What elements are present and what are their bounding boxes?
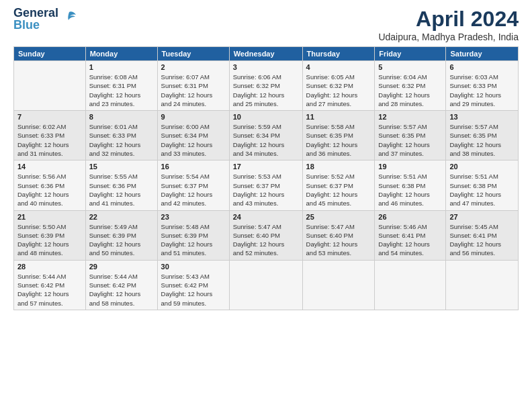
day-info: Sunrise: 5:43 AMSunset: 6:42 PMDaylight:… — [161, 272, 226, 308]
day-info: Sunrise: 5:53 AMSunset: 6:37 PMDaylight:… — [233, 172, 299, 208]
calendar-cell: 17Sunrise: 5:53 AMSunset: 6:37 PMDayligh… — [229, 161, 302, 210]
day-number: 10 — [233, 113, 299, 121]
day-number: 7 — [17, 113, 82, 121]
calendar-cell: 23Sunrise: 5:48 AMSunset: 6:39 PMDayligh… — [157, 210, 229, 260]
calendar-cell: 12Sunrise: 5:57 AMSunset: 6:35 PMDayligh… — [375, 111, 446, 161]
day-number: 4 — [306, 63, 371, 71]
day-info: Sunrise: 6:06 AMSunset: 6:32 PMDaylight:… — [233, 73, 299, 108]
day-info: Sunrise: 6:00 AMSunset: 6:34 PMDaylight:… — [161, 122, 226, 158]
header-friday: Friday — [375, 47, 446, 61]
day-info: Sunrise: 5:56 AMSunset: 6:36 PMDaylight:… — [17, 172, 82, 208]
header-thursday: Thursday — [302, 47, 375, 61]
day-info: Sunrise: 5:52 AMSunset: 6:37 PMDaylight:… — [306, 172, 371, 208]
calendar-cell: 1Sunrise: 6:08 AMSunset: 6:31 PMDaylight… — [85, 61, 157, 111]
calendar-cell: 21Sunrise: 5:50 AMSunset: 6:39 PMDayligh… — [14, 210, 86, 260]
day-info: Sunrise: 6:07 AMSunset: 6:31 PMDaylight:… — [161, 73, 226, 108]
logo-bird-icon — [61, 9, 77, 28]
day-number: 18 — [306, 163, 371, 171]
header-wednesday: Wednesday — [229, 47, 302, 61]
day-info: Sunrise: 5:44 AMSunset: 6:42 PMDaylight:… — [89, 272, 154, 308]
day-info: Sunrise: 5:55 AMSunset: 6:36 PMDaylight:… — [89, 172, 154, 208]
day-number: 28 — [17, 263, 82, 271]
day-number: 30 — [161, 263, 226, 271]
calendar-week-3: 14Sunrise: 5:56 AMSunset: 6:36 PMDayligh… — [14, 161, 519, 210]
calendar-cell: 13Sunrise: 5:57 AMSunset: 6:35 PMDayligh… — [446, 111, 519, 161]
logo: General Blue — [13, 7, 77, 31]
calendar-cell — [446, 260, 519, 310]
page-title: April 2024 — [378, 7, 519, 32]
calendar-cell: 25Sunrise: 5:47 AMSunset: 6:40 PMDayligh… — [302, 210, 375, 260]
day-number: 17 — [233, 163, 299, 171]
day-info: Sunrise: 6:08 AMSunset: 6:31 PMDaylight:… — [89, 73, 154, 108]
calendar-cell: 8Sunrise: 6:01 AMSunset: 6:33 PMDaylight… — [85, 111, 157, 161]
day-number: 20 — [449, 163, 515, 171]
day-number: 15 — [89, 163, 154, 171]
day-info: Sunrise: 5:50 AMSunset: 6:39 PMDaylight:… — [17, 222, 82, 258]
day-number: 25 — [306, 213, 371, 221]
calendar-cell — [302, 260, 375, 310]
logo-blue: Blue — [13, 19, 58, 31]
day-number: 11 — [306, 113, 371, 121]
header-sunday: Sunday — [14, 47, 86, 61]
day-number: 9 — [161, 113, 226, 121]
day-info: Sunrise: 5:58 AMSunset: 6:35 PMDaylight:… — [306, 122, 371, 158]
calendar-cell: 5Sunrise: 6:04 AMSunset: 6:32 PMDaylight… — [375, 61, 446, 111]
day-number: 12 — [378, 113, 442, 121]
calendar-cell: 6Sunrise: 6:03 AMSunset: 6:33 PMDaylight… — [446, 61, 519, 111]
day-number: 19 — [378, 163, 442, 171]
calendar-cell: 30Sunrise: 5:43 AMSunset: 6:42 PMDayligh… — [157, 260, 229, 310]
day-info: Sunrise: 6:04 AMSunset: 6:32 PMDaylight:… — [378, 73, 442, 108]
header-area: General Blue April 2024 Udaipura, Madhya… — [13, 7, 519, 42]
calendar-cell: 27Sunrise: 5:45 AMSunset: 6:41 PMDayligh… — [446, 210, 519, 260]
day-number: 2 — [161, 63, 226, 71]
day-info: Sunrise: 5:59 AMSunset: 6:34 PMDaylight:… — [233, 122, 299, 158]
calendar-cell: 29Sunrise: 5:44 AMSunset: 6:42 PMDayligh… — [85, 260, 157, 310]
day-info: Sunrise: 6:05 AMSunset: 6:32 PMDaylight:… — [306, 73, 371, 108]
calendar-cell: 3Sunrise: 6:06 AMSunset: 6:32 PMDaylight… — [229, 61, 302, 111]
calendar-cell: 2Sunrise: 6:07 AMSunset: 6:31 PMDaylight… — [157, 61, 229, 111]
day-number: 14 — [17, 163, 82, 171]
logo-general: General — [13, 7, 58, 19]
calendar-cell: 15Sunrise: 5:55 AMSunset: 6:36 PMDayligh… — [85, 161, 157, 210]
calendar-cell: 20Sunrise: 5:51 AMSunset: 6:38 PMDayligh… — [446, 161, 519, 210]
day-number: 27 — [449, 213, 515, 221]
day-number: 24 — [233, 213, 299, 221]
day-number: 6 — [449, 63, 515, 71]
calendar-cell: 16Sunrise: 5:54 AMSunset: 6:37 PMDayligh… — [157, 161, 229, 210]
day-number: 21 — [17, 213, 82, 221]
day-info: Sunrise: 5:54 AMSunset: 6:37 PMDaylight:… — [161, 172, 226, 208]
header-tuesday: Tuesday — [157, 47, 229, 61]
page-container: General Blue April 2024 Udaipura, Madhya… — [0, 0, 532, 317]
day-number: 22 — [89, 213, 154, 221]
day-number: 26 — [378, 213, 442, 221]
calendar-week-5: 28Sunrise: 5:44 AMSunset: 6:42 PMDayligh… — [14, 260, 519, 310]
day-number: 3 — [233, 63, 299, 71]
calendar-cell: 19Sunrise: 5:51 AMSunset: 6:38 PMDayligh… — [375, 161, 446, 210]
day-info: Sunrise: 5:57 AMSunset: 6:35 PMDaylight:… — [378, 122, 442, 158]
day-info: Sunrise: 5:47 AMSunset: 6:40 PMDaylight:… — [233, 222, 299, 258]
day-info: Sunrise: 5:46 AMSunset: 6:41 PMDaylight:… — [378, 222, 442, 258]
day-info: Sunrise: 5:47 AMSunset: 6:40 PMDaylight:… — [306, 222, 371, 258]
day-info: Sunrise: 5:49 AMSunset: 6:39 PMDaylight:… — [89, 222, 154, 258]
calendar-cell: 9Sunrise: 6:00 AMSunset: 6:34 PMDaylight… — [157, 111, 229, 161]
day-info: Sunrise: 5:57 AMSunset: 6:35 PMDaylight:… — [449, 122, 515, 158]
day-info: Sunrise: 5:51 AMSunset: 6:38 PMDaylight:… — [449, 172, 515, 208]
calendar-cell: 24Sunrise: 5:47 AMSunset: 6:40 PMDayligh… — [229, 210, 302, 260]
calendar-cell: 14Sunrise: 5:56 AMSunset: 6:36 PMDayligh… — [14, 161, 86, 210]
day-number: 29 — [89, 263, 154, 271]
day-number: 8 — [89, 113, 154, 121]
calendar-cell: 7Sunrise: 6:02 AMSunset: 6:33 PMDaylight… — [14, 111, 86, 161]
day-info: Sunrise: 5:48 AMSunset: 6:39 PMDaylight:… — [161, 222, 226, 258]
calendar-table: SundayMondayTuesdayWednesdayThursdayFrid… — [13, 46, 519, 310]
calendar-cell: 26Sunrise: 5:46 AMSunset: 6:41 PMDayligh… — [375, 210, 446, 260]
calendar-cell: 4Sunrise: 6:05 AMSunset: 6:32 PMDaylight… — [302, 61, 375, 111]
calendar-week-2: 7Sunrise: 6:02 AMSunset: 6:33 PMDaylight… — [14, 111, 519, 161]
calendar-week-4: 21Sunrise: 5:50 AMSunset: 6:39 PMDayligh… — [14, 210, 519, 260]
day-number: 5 — [378, 63, 442, 71]
day-number: 1 — [89, 63, 154, 71]
day-info: Sunrise: 5:51 AMSunset: 6:38 PMDaylight:… — [378, 172, 442, 208]
page-subtitle: Udaipura, Madhya Pradesh, India — [378, 32, 519, 42]
calendar-header-row: SundayMondayTuesdayWednesdayThursdayFrid… — [14, 47, 519, 61]
calendar-cell — [229, 260, 302, 310]
title-area: April 2024 Udaipura, Madhya Pradesh, Ind… — [378, 7, 519, 42]
